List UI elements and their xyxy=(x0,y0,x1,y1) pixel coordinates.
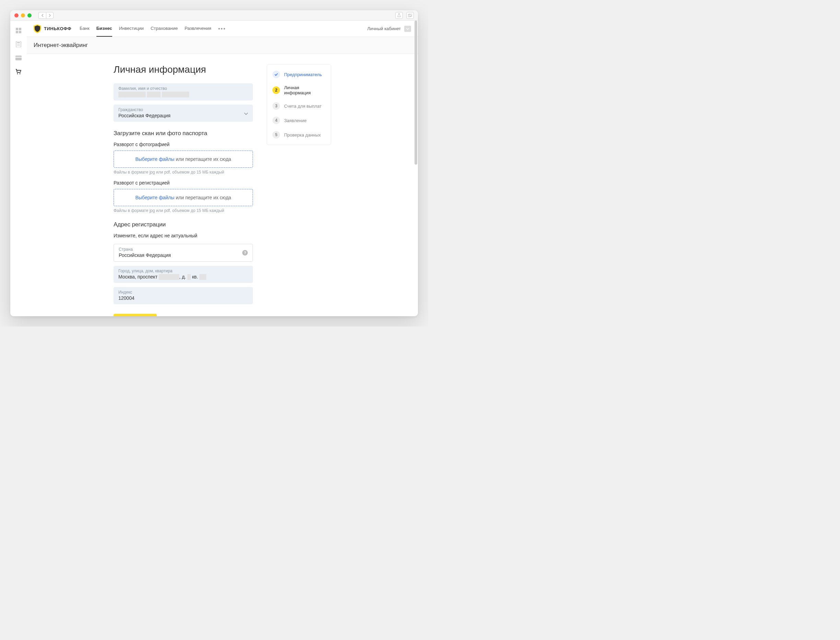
index-value: 120004 xyxy=(119,295,248,301)
svg-point-10 xyxy=(19,44,20,45)
photo-dropzone[interactable]: Выберите файлы или перетащите их сюда xyxy=(114,150,253,168)
drag-text: или перетащите их сюда xyxy=(174,195,231,200)
street-label: Город, улица, дом, квартира xyxy=(119,269,248,274)
help-icon[interactable]: ? xyxy=(242,250,248,256)
steps-card: Предприниматель 2 Личная информация 3 Сч… xyxy=(267,64,331,145)
address-section-title: Адрес регистрации xyxy=(114,221,253,228)
svg-rect-15 xyxy=(16,57,22,58)
svg-rect-7 xyxy=(17,42,20,43)
photo-hint: Файлы в формате jpg или pdf, объемом до … xyxy=(114,170,253,174)
rail-card-icon[interactable] xyxy=(16,55,22,61)
step-label: Личная информация xyxy=(284,85,325,95)
titlebar xyxy=(10,10,418,21)
street-field[interactable]: Город, улица, дом, квартира Москва, прос… xyxy=(114,266,253,283)
country-field[interactable]: Страна Российская Федерация ? xyxy=(114,244,253,262)
step-label: Счета для выплат xyxy=(284,104,322,109)
chevron-down-icon[interactable] xyxy=(404,26,411,32)
citizenship-field[interactable]: Гражданство Российская Федерация xyxy=(114,105,253,122)
index-field[interactable]: Индекс 120004 xyxy=(114,287,253,304)
page-subheader: Интернет-эквайринг xyxy=(27,37,418,54)
choose-files-link[interactable]: Выберите файлы xyxy=(135,157,174,162)
country-label: Страна xyxy=(119,247,248,252)
back-button[interactable] xyxy=(38,12,46,19)
svg-rect-2 xyxy=(16,28,18,30)
svg-point-17 xyxy=(19,74,21,74)
citizenship-label: Гражданство xyxy=(119,107,248,112)
svg-rect-3 xyxy=(19,28,21,30)
top-header: ТИНЬКОФФ Банк Бизнес Инвестиции Страхова… xyxy=(27,21,418,37)
fio-label: Фамилия, имя и отчество xyxy=(119,86,248,91)
photo-spread-label: Разворот с фотографией xyxy=(114,142,253,147)
rail-dashboard-icon[interactable] xyxy=(16,27,22,34)
svg-point-11 xyxy=(17,45,18,46)
tabs-button[interactable] xyxy=(406,12,414,19)
svg-point-13 xyxy=(19,45,20,46)
check-icon xyxy=(273,70,280,78)
step-2[interactable]: 2 Личная информация xyxy=(273,85,325,95)
svg-rect-5 xyxy=(19,31,21,33)
logo-text: ТИНЬКОФФ xyxy=(44,26,71,31)
svg-rect-0 xyxy=(408,14,411,17)
drag-text: или перетащите их сюда xyxy=(174,157,231,162)
rail-cart-icon[interactable] xyxy=(16,69,22,75)
step-number: 2 xyxy=(273,86,280,94)
rail-calculator-icon[interactable] xyxy=(16,41,22,47)
maximize-window-icon[interactable] xyxy=(27,13,32,18)
step-number: 3 xyxy=(273,102,280,110)
reg-dropzone[interactable]: Выберите файлы или перетащите их сюда xyxy=(114,189,253,206)
chevron-down-icon xyxy=(244,110,248,116)
menu-investments[interactable]: Инвестиции xyxy=(119,21,144,37)
form-column: Личная информация Фамилия, имя и отчеств… xyxy=(114,64,253,316)
menu-bank[interactable]: Банк xyxy=(80,21,90,37)
menu-insurance[interactable]: Страхование xyxy=(151,21,178,37)
cabinet-link[interactable]: Личный кабинет xyxy=(367,26,401,31)
top-menu: Банк Бизнес Инвестиции Страхование Развл… xyxy=(80,21,226,37)
svg-rect-14 xyxy=(16,56,22,60)
save-button[interactable]: Сохранить xyxy=(114,314,157,316)
menu-entertainment[interactable]: Развлечения xyxy=(184,21,212,37)
share-button[interactable] xyxy=(395,12,403,19)
step-label: Проверка данных xyxy=(284,133,321,138)
street-value: Москва, проспект ██████, д. █ кв. ██ xyxy=(119,274,248,280)
fio-field[interactable]: Фамилия, имя и отчество ████████ ████ ██… xyxy=(114,83,253,101)
citizenship-value: Российская Федерация xyxy=(119,113,248,118)
svg-point-9 xyxy=(18,44,19,45)
page-title: Личная информация xyxy=(114,64,253,75)
menu-business[interactable]: Бизнес xyxy=(96,21,112,37)
forward-button[interactable] xyxy=(46,12,53,19)
menu-more-icon[interactable]: ••• xyxy=(218,26,226,32)
step-4[interactable]: 4 Заявление xyxy=(273,117,325,124)
browser-window: ТИНЬКОФФ Банк Бизнес Инвестиции Страхова… xyxy=(10,10,418,316)
logo-shield-icon xyxy=(34,24,41,33)
country-value: Российская Федерация xyxy=(119,253,248,258)
step-number: 4 xyxy=(273,117,280,124)
reg-hint: Файлы в формате jpg или pdf, объемом до … xyxy=(114,208,253,213)
step-label: Предприниматель xyxy=(284,72,322,77)
step-label: Заявление xyxy=(284,118,306,123)
svg-rect-1 xyxy=(409,14,412,16)
svg-point-12 xyxy=(18,45,19,46)
window-controls xyxy=(14,13,32,18)
logo[interactable]: ТИНЬКОФФ xyxy=(34,24,71,33)
close-window-icon[interactable] xyxy=(14,13,19,18)
index-label: Индекс xyxy=(119,290,248,294)
choose-files-link[interactable]: Выберите файлы xyxy=(135,195,174,200)
fio-value: ████████ ████ ████████ xyxy=(119,91,248,97)
scrollbar-thumb[interactable] xyxy=(415,21,417,165)
step-5[interactable]: 5 Проверка данных xyxy=(273,131,325,139)
step-1[interactable]: Предприниматель xyxy=(273,70,325,78)
step-number: 5 xyxy=(273,131,280,139)
svg-rect-4 xyxy=(16,31,18,33)
svg-point-8 xyxy=(17,44,18,45)
svg-point-16 xyxy=(17,74,18,74)
step-3[interactable]: 3 Счета для выплат xyxy=(273,102,325,110)
minimize-window-icon[interactable] xyxy=(21,13,25,18)
reg-spread-label: Разворот с регистрацией xyxy=(114,180,253,186)
address-subtitle: Измените, если адрес не актуальный xyxy=(114,233,253,238)
scrollbar[interactable] xyxy=(415,21,417,316)
left-rail xyxy=(10,21,27,316)
passport-section-title: Загрузите скан или фото паспорта xyxy=(114,130,253,137)
